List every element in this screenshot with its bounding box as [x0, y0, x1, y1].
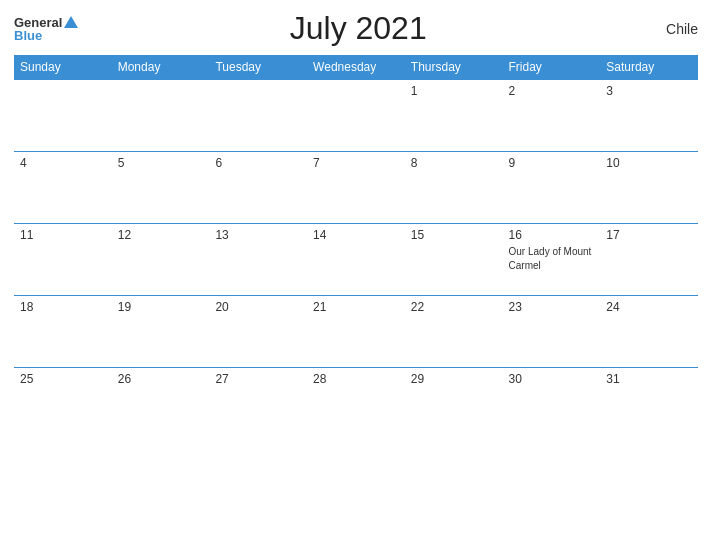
day-number: 13	[215, 228, 301, 242]
calendar-cell: 16Our Lady of Mount Carmel	[503, 224, 601, 296]
calendar-cell: 9	[503, 152, 601, 224]
calendar-cell	[209, 80, 307, 152]
calendar-week-row: 45678910	[14, 152, 698, 224]
day-number: 29	[411, 372, 497, 386]
day-number: 4	[20, 156, 106, 170]
calendar-cell	[112, 80, 210, 152]
day-number: 18	[20, 300, 106, 314]
weekday-header-row: Sunday Monday Tuesday Wednesday Thursday…	[14, 55, 698, 80]
calendar-cell: 10	[600, 152, 698, 224]
calendar-cell: 6	[209, 152, 307, 224]
country-label: Chile	[638, 21, 698, 37]
day-number: 28	[313, 372, 399, 386]
calendar-cell: 4	[14, 152, 112, 224]
day-number: 5	[118, 156, 204, 170]
calendar-cell: 18	[14, 296, 112, 368]
calendar-cell: 19	[112, 296, 210, 368]
logo-triangle-icon	[64, 16, 78, 28]
calendar-cell: 13	[209, 224, 307, 296]
calendar-cell: 3	[600, 80, 698, 152]
calendar-cell	[307, 80, 405, 152]
header-wednesday: Wednesday	[307, 55, 405, 80]
day-number: 26	[118, 372, 204, 386]
day-number: 10	[606, 156, 692, 170]
day-number: 30	[509, 372, 595, 386]
day-number: 25	[20, 372, 106, 386]
calendar-cell: 23	[503, 296, 601, 368]
logo-general-text: General	[14, 16, 62, 29]
calendar-title: July 2021	[78, 10, 638, 47]
header-friday: Friday	[503, 55, 601, 80]
calendar-cell: 29	[405, 368, 503, 440]
calendar-cell: 15	[405, 224, 503, 296]
day-number: 24	[606, 300, 692, 314]
day-number: 9	[509, 156, 595, 170]
calendar-cell: 26	[112, 368, 210, 440]
day-number: 19	[118, 300, 204, 314]
calendar-cell: 11	[14, 224, 112, 296]
header-saturday: Saturday	[600, 55, 698, 80]
logo: General Blue	[14, 16, 78, 42]
day-number: 23	[509, 300, 595, 314]
calendar-cell: 20	[209, 296, 307, 368]
day-number: 12	[118, 228, 204, 242]
page: General Blue July 2021 Chile Sunday Mond…	[0, 0, 712, 550]
day-number: 3	[606, 84, 692, 98]
calendar-table: Sunday Monday Tuesday Wednesday Thursday…	[14, 55, 698, 440]
header: General Blue July 2021 Chile	[14, 10, 698, 47]
calendar-cell: 28	[307, 368, 405, 440]
day-number: 31	[606, 372, 692, 386]
header-thursday: Thursday	[405, 55, 503, 80]
calendar-cell: 8	[405, 152, 503, 224]
day-number: 6	[215, 156, 301, 170]
calendar-cell: 27	[209, 368, 307, 440]
day-number: 20	[215, 300, 301, 314]
calendar-cell: 7	[307, 152, 405, 224]
header-tuesday: Tuesday	[209, 55, 307, 80]
day-number: 22	[411, 300, 497, 314]
calendar-event: Our Lady of Mount Carmel	[509, 246, 592, 271]
header-sunday: Sunday	[14, 55, 112, 80]
day-number: 27	[215, 372, 301, 386]
calendar-cell: 22	[405, 296, 503, 368]
day-number: 1	[411, 84, 497, 98]
calendar-cell: 2	[503, 80, 601, 152]
calendar-week-row: 123	[14, 80, 698, 152]
calendar-cell: 12	[112, 224, 210, 296]
calendar-cell: 24	[600, 296, 698, 368]
day-number: 21	[313, 300, 399, 314]
logo-row: General	[14, 16, 78, 29]
calendar-cell: 30	[503, 368, 601, 440]
day-number: 17	[606, 228, 692, 242]
header-monday: Monday	[112, 55, 210, 80]
day-number: 8	[411, 156, 497, 170]
calendar-cell: 17	[600, 224, 698, 296]
calendar-week-row: 18192021222324	[14, 296, 698, 368]
day-number: 16	[509, 228, 595, 242]
day-number: 14	[313, 228, 399, 242]
calendar-cell: 5	[112, 152, 210, 224]
calendar-cell: 1	[405, 80, 503, 152]
calendar-cell	[14, 80, 112, 152]
day-number: 15	[411, 228, 497, 242]
calendar-cell: 25	[14, 368, 112, 440]
calendar-cell: 14	[307, 224, 405, 296]
day-number: 7	[313, 156, 399, 170]
calendar-week-row: 25262728293031	[14, 368, 698, 440]
calendar-week-row: 111213141516Our Lady of Mount Carmel17	[14, 224, 698, 296]
calendar-cell: 31	[600, 368, 698, 440]
day-number: 11	[20, 228, 106, 242]
calendar-cell: 21	[307, 296, 405, 368]
day-number: 2	[509, 84, 595, 98]
logo-blue-text: Blue	[14, 29, 78, 42]
